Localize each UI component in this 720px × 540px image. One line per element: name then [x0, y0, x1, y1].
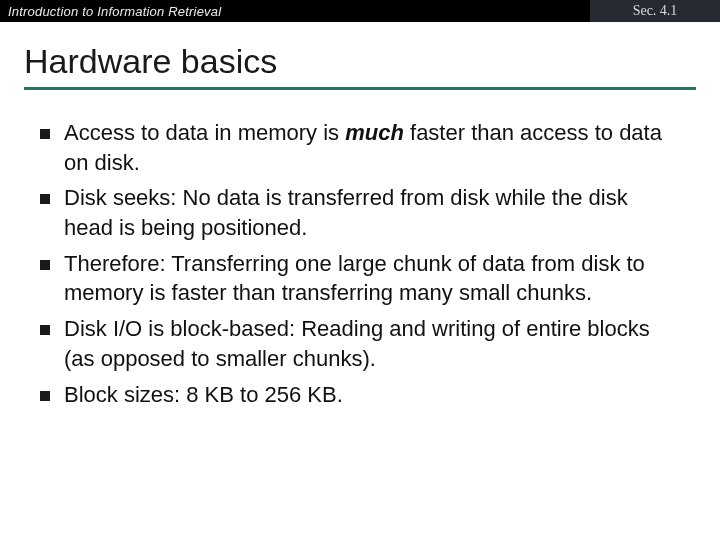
square-bullet-icon: [40, 194, 50, 204]
bullet-item: Disk I/O is block-based: Reading and wri…: [40, 314, 680, 373]
square-bullet-icon: [40, 325, 50, 335]
bullet-text: Therefore: Transferring one large chunk …: [64, 249, 680, 308]
section-box: Sec. 4.1: [590, 0, 720, 22]
slide-title: Hardware basics: [24, 42, 696, 81]
title-underline: [24, 87, 696, 90]
emphasis: much: [345, 120, 404, 145]
title-area: Hardware basics: [0, 22, 720, 96]
bullet-item: Block sizes: 8 KB to 256 KB.: [40, 380, 680, 410]
bullet-text: Disk seeks: No data is transferred from …: [64, 183, 680, 242]
bullet-item: Therefore: Transferring one large chunk …: [40, 249, 680, 308]
header-bar: Introduction to Information Retrieval Se…: [0, 0, 720, 22]
square-bullet-icon: [40, 391, 50, 401]
bullet-text: Disk I/O is block-based: Reading and wri…: [64, 314, 680, 373]
bullet-item: Access to data in memory is much faster …: [40, 118, 680, 177]
bullet-item: Disk seeks: No data is transferred from …: [40, 183, 680, 242]
bullet-text: Access to data in memory is much faster …: [64, 118, 680, 177]
bullet-list: Access to data in memory is much faster …: [0, 96, 720, 409]
bullet-text: Block sizes: 8 KB to 256 KB.: [64, 380, 343, 410]
square-bullet-icon: [40, 260, 50, 270]
section-label: Sec. 4.1: [633, 3, 678, 19]
square-bullet-icon: [40, 129, 50, 139]
course-title: Introduction to Information Retrieval: [0, 4, 590, 19]
